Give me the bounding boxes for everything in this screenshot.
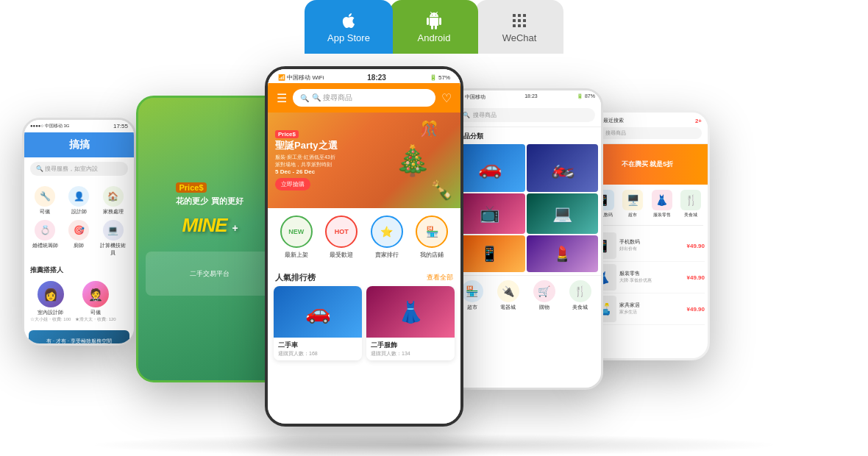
banner-cta[interactable]: 立即搶購 — [275, 178, 310, 190]
lf-icon-tech[interactable]: 💻 計算機技術員 — [99, 220, 128, 257]
appstore-label: App Store — [327, 32, 370, 43]
rf-cat-3[interactable]: 👗 服装零售 — [648, 188, 676, 221]
lf-icon-cleaning[interactable]: 🏠 家務處理 — [99, 186, 128, 215]
right-time: 18:23 — [524, 93, 538, 101]
rf-cat-icon-3: 👗 — [652, 190, 672, 210]
rf-banner-text: 不在腾买 就是5折 — [622, 160, 674, 169]
svg-rect-8 — [523, 24, 526, 27]
right-img-car: 🚗 — [454, 144, 525, 192]
right-search-input[interactable]: 🔍 搜尋商品 — [457, 108, 595, 122]
banner-dates-line: 派對場地，共享派對時刻 — [275, 161, 338, 168]
center-categories: NEW 最新上架 HOT 最受歡迎 ⭐ 賣家排行 — [268, 208, 460, 266]
svg-rect-2 — [523, 14, 526, 17]
rf-product-2[interactable]: 👗 服装零售 大牌·享低价优惠 ¥49.90 — [590, 262, 705, 293]
lf-search-box[interactable]: 🔍 搜尋服務，如室內設 — [30, 162, 128, 176]
center-ranking: 人氣排行榜 查看全部 — [268, 266, 460, 286]
center-time: 18:23 — [367, 74, 386, 82]
right-quick-cat-3[interactable]: 🛒 購物 — [533, 280, 555, 311]
center-carrier: 📶 中国移动 WiFi — [278, 74, 324, 82]
right-battery: 🔋 87% — [577, 93, 595, 101]
decorative-shadow — [87, 434, 781, 456]
lf-section-title: 推薦搭搭人 — [24, 263, 134, 278]
right-img-home: 📺 — [454, 193, 525, 234]
phones-container: ●●●●○ 中国移动 3G 17:55 搞搞 🔍 搜尋服務，如室內設 🔧 司儀 … — [0, 59, 868, 456]
android-icon — [425, 12, 443, 29]
green-brand-slogan: 花的更少 買的更好 — [176, 196, 243, 206]
banner-subtitle: 服裝·廚工意·紅酒低至43折 — [275, 154, 338, 161]
apple-icon — [340, 12, 357, 29]
center-search-placeholder: 🔍 搜尋商品 — [312, 93, 352, 103]
right-img-tablet: 💻 — [527, 193, 598, 234]
svg-rect-6 — [513, 24, 516, 27]
rf-banner: 不在腾买 就是5折 — [587, 144, 708, 185]
center-search-icon: 🔍 — [300, 94, 309, 102]
banner-dates: 5 Dec - 26 Dec — [275, 168, 338, 175]
rf-product-list: 📱 手机数码 好出价有 ¥49.90 👗 服装零售 大牌·享低价优惠 ¥49.9… — [587, 227, 708, 328]
svg-rect-7 — [518, 24, 521, 27]
svg-rect-4 — [518, 19, 521, 22]
wechat-icon — [511, 12, 528, 29]
price-badge: Price$ — [176, 182, 206, 193]
green-app-desc: 二手交易平台 — [190, 269, 230, 279]
product-fashion[interactable]: 👗 二手服飾 週購買人數：134 — [366, 286, 455, 360]
phone-right: 📶 中国移动 18:23 🔋 87% 🔍 搜尋商品 商品分類 🚗 🏍️ 📺 💻 … — [449, 88, 603, 390]
lf-person-2[interactable]: 🤵 司儀 ★滑大太・收費: 120 — [75, 281, 115, 323]
rf-header: 您的最近搜索 2+ 🔍 搜尋商品 — [587, 113, 708, 144]
wechat-label: WeChat — [502, 32, 537, 43]
rf-badge: 2+ — [695, 118, 702, 124]
right-img-beauty: 💄 — [527, 235, 598, 272]
banner-title: 聖誕Party之選 — [275, 140, 338, 152]
center-search-input[interactable]: 🔍 🔍 搜尋商品 — [293, 89, 435, 107]
rf-quick-cats: 📱 手机数码 🖥️ 超市 👗 服装零售 🍴 美食城 — [587, 185, 708, 224]
rf-product-3[interactable]: 🛋️ 家具家居 家乡生活 ¥49.90 — [590, 293, 705, 325]
tab-appstore[interactable]: App Store — [305, 0, 393, 54]
phone-left-green: Price$ 花的更少 買的更好 MINE + 二手交易平台 — [136, 96, 283, 382]
right-quick-cat-1[interactable]: 🏪 超市 — [461, 280, 483, 311]
svg-rect-5 — [523, 19, 526, 22]
lf-icon-cook[interactable]: 🎯 廚師 — [64, 220, 93, 257]
rf-cat-icon-4: 🍴 — [680, 190, 701, 210]
heart-icon[interactable]: ♡ — [441, 91, 452, 105]
lf-promo: 有 · 才有 · 享受極致服務空間 — [46, 338, 112, 343]
lf-person-1[interactable]: 👩 室內設計師 ☆大小姐・收費: 100 — [30, 281, 71, 323]
brand-title: MINE + — [182, 213, 238, 237]
lf-icon-wedding[interactable]: 💍 婚禮統籌師 — [30, 220, 60, 257]
android-label: Android — [418, 32, 451, 43]
hamburger-icon[interactable]: ☰ — [277, 91, 287, 105]
center-battery: 🔋 57% — [430, 74, 450, 81]
right-quick-cat-4[interactable]: 🍴 美食城 — [569, 280, 591, 311]
lf-signal: ●●●●○ 中国移动 3G — [30, 123, 69, 129]
tab-wechat[interactable]: WeChat — [475, 0, 563, 54]
product-grid: 🚗 二手車 週購買人數：168 👗 二手服飾 週購買人數：134 — [268, 286, 460, 366]
product-car[interactable]: 🚗 二手車 週購買人數：168 — [274, 286, 362, 360]
rf-cat-2[interactable]: 🖥️ 超市 — [619, 188, 647, 221]
rf-cat-icon-2: 🖥️ — [622, 190, 643, 210]
cat-myshop[interactable]: 🏪 我的店鋪 — [416, 215, 448, 259]
cat-new[interactable]: NEW 最新上架 — [280, 215, 313, 259]
lf-app-title: 搞搞 — [69, 138, 90, 152]
right-quick-icon-1: 🏪 — [461, 280, 483, 302]
svg-rect-0 — [513, 14, 516, 17]
lf-time: 17:55 — [113, 123, 128, 129]
right-cat-title: 商品分類 — [451, 127, 601, 144]
right-img-moto: 🏍️ — [527, 144, 598, 192]
cat-popular[interactable]: HOT 最受歡迎 — [325, 215, 357, 259]
rf-search-input[interactable]: 🔍 搜尋商品 — [593, 127, 702, 139]
svg-rect-1 — [518, 14, 521, 17]
rf-product-1[interactable]: 📱 手机数码 好出价有 ¥49.90 — [590, 230, 705, 262]
svg-rect-3 — [513, 19, 516, 22]
right-quick-icon-4: 🍴 — [569, 280, 591, 302]
platform-tabs: App Store Android WeChat — [305, 0, 563, 54]
price-badge: Price$ — [275, 130, 299, 138]
right-img-phone: 📱 — [454, 235, 525, 272]
right-quick-cat-2[interactable]: 🔌 電器城 — [497, 280, 519, 311]
tab-android[interactable]: Android — [390, 0, 478, 54]
phone-left-far: ●●●●○ 中国移动 3G 17:55 搞搞 🔍 搜尋服務，如室內設 🔧 司儀 … — [22, 118, 136, 346]
cat-ranking[interactable]: ⭐ 賣家排行 — [371, 215, 403, 259]
phone-center: 📶 中国移动 WiFi 18:23 🔋 57% ☰ 🔍 🔍 搜尋商品 ♡ Pri… — [265, 66, 463, 427]
rf-cat-4[interactable]: 🍴 美食城 — [677, 188, 705, 221]
phone-right-far: 您的最近搜索 2+ 🔍 搜尋商品 不在腾买 就是5折 📱 手机数码 🖥️ — [585, 110, 710, 360]
lf-icon-designer[interactable]: 👤 設計師 — [64, 186, 93, 215]
center-banner: Price$ 聖誕Party之選 服裝·廚工意·紅酒低至43折 派對場地，共享派… — [268, 113, 460, 208]
lf-icon-simi[interactable]: 🔧 司儀 — [30, 186, 60, 215]
